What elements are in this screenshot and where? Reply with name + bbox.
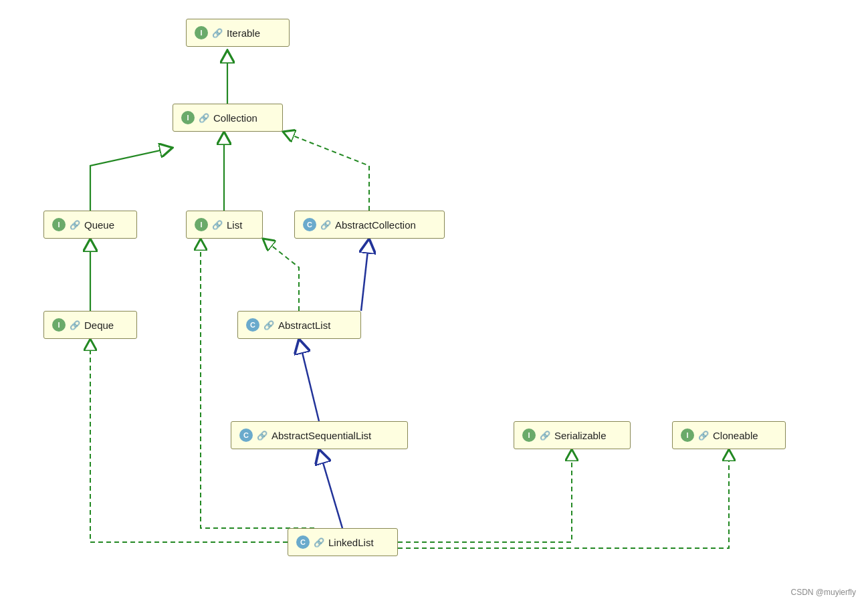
svg-line-8 <box>319 449 342 528</box>
link-icon-abstractlist: 🔗 <box>263 320 274 330</box>
interface-badge-iterable: I <box>195 26 208 39</box>
interface-badge-queue: I <box>52 218 66 231</box>
node-serializable: I 🔗 Serializable <box>514 421 631 449</box>
label-cloneable: Cloneable <box>713 430 758 441</box>
node-list: I 🔗 List <box>186 211 263 239</box>
link-icon-abstractsequentiallist: 🔗 <box>257 431 267 441</box>
label-linkedlist: LinkedList <box>328 537 374 548</box>
link-icon-linkedlist: 🔗 <box>314 537 324 547</box>
link-icon-abstractcollection: 🔗 <box>320 220 331 230</box>
interface-badge-collection: I <box>181 111 195 124</box>
label-abstractcollection: AbstractCollection <box>335 219 416 231</box>
link-icon-collection: 🔗 <box>199 113 209 123</box>
interface-badge-serializable: I <box>522 429 536 442</box>
label-collection: Collection <box>213 112 257 124</box>
node-abstractsequentiallist: C 🔗 AbstractSequentialList <box>231 421 408 449</box>
label-deque: Deque <box>84 320 114 331</box>
node-linkedlist: C 🔗 LinkedList <box>288 528 398 556</box>
label-abstractlist: AbstractList <box>278 320 330 331</box>
arrows-svg <box>0 0 868 609</box>
interface-badge-list: I <box>195 218 208 231</box>
node-abstractcollection: C 🔗 AbstractCollection <box>294 211 445 239</box>
label-queue: Queue <box>84 219 114 231</box>
label-iterable: Iterable <box>227 27 260 39</box>
diagram-container: I 🔗 Iterable I 🔗 Collection I 🔗 Queue I … <box>0 0 868 609</box>
link-icon-deque: 🔗 <box>70 320 80 330</box>
link-icon-cloneable: 🔗 <box>698 431 709 441</box>
watermark: CSDN @muyierfly <box>790 588 856 597</box>
node-abstractlist: C 🔗 AbstractList <box>237 311 361 339</box>
class-badge-abstractcollection: C <box>303 218 316 231</box>
class-badge-linkedlist: C <box>296 535 310 549</box>
link-icon-serializable: 🔗 <box>540 431 550 441</box>
node-collection: I 🔗 Collection <box>173 104 283 132</box>
link-icon-list: 🔗 <box>212 220 223 230</box>
label-abstractsequentiallist: AbstractSequentialList <box>272 430 371 441</box>
link-icon-iterable: 🔗 <box>212 28 223 38</box>
link-icon-queue: 🔗 <box>70 220 80 230</box>
node-iterable: I 🔗 Iterable <box>186 19 290 47</box>
label-serializable: Serializable <box>554 430 607 441</box>
node-deque: I 🔗 Deque <box>43 311 137 339</box>
class-badge-abstractsequentiallist: C <box>239 429 253 442</box>
svg-line-7 <box>299 339 319 421</box>
interface-badge-deque: I <box>52 318 66 332</box>
class-badge-abstractlist: C <box>246 318 259 332</box>
interface-badge-cloneable: I <box>681 429 694 442</box>
label-list: List <box>227 219 242 231</box>
node-cloneable: I 🔗 Cloneable <box>672 421 786 449</box>
node-queue: I 🔗 Queue <box>43 211 137 239</box>
